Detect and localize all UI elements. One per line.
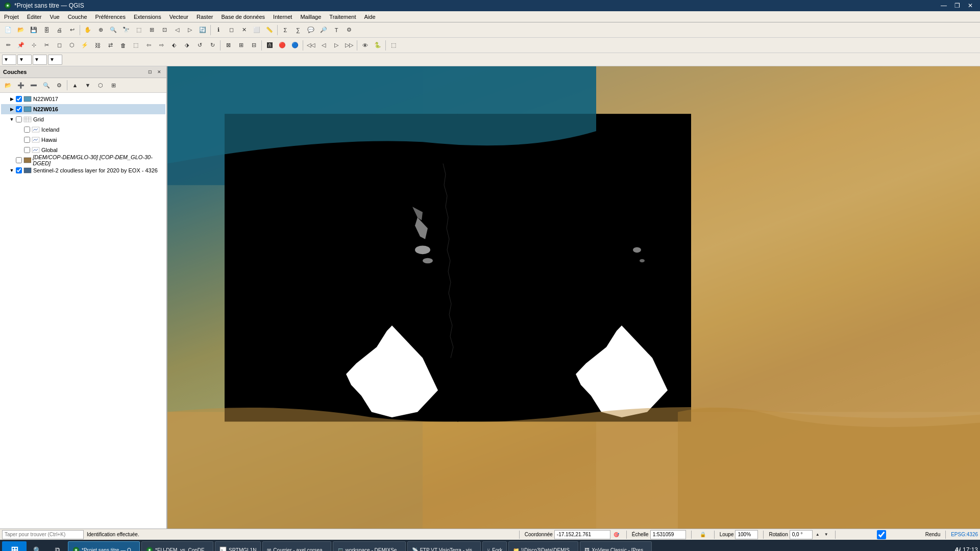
taskbar-xnview-button[interactable]: 🖼 XnView Classic - [Pres...: [580, 541, 652, 551]
layer-item-Grid[interactable]: ▼ Grid: [1, 114, 165, 124]
menu-item-vecteur[interactable]: Vecteur: [165, 11, 192, 22]
taskbar-ftp-button[interactable]: 📡 FTP VT VisioTerra - vis...: [407, 541, 481, 551]
extra-btn1[interactable]: ⬚: [387, 39, 400, 52]
layer-checkbox-Iceland[interactable]: [24, 127, 30, 133]
save-as-button[interactable]: 🗄: [40, 24, 53, 36]
menu-item-internet[interactable]: Internet: [269, 11, 296, 22]
coordonnee-input[interactable]: [554, 530, 610, 539]
revert-button[interactable]: ↩: [66, 24, 78, 36]
digitize-btn14[interactable]: ⬖: [168, 39, 180, 52]
digitize-btn17[interactable]: ↻: [206, 39, 218, 52]
deselect-button[interactable]: ✕: [238, 24, 250, 36]
layers-add-button[interactable]: ➕: [15, 79, 27, 91]
layers-open-button[interactable]: 📂: [2, 79, 14, 91]
snap-btn1[interactable]: ⊠: [222, 39, 234, 52]
snap-btn3[interactable]: ⊟: [248, 39, 260, 52]
settings-button[interactable]: ⚙: [343, 24, 355, 36]
python-btn[interactable]: 🐍: [372, 39, 384, 52]
zoom-next-button[interactable]: ▷: [184, 24, 196, 36]
layer-item-Hawai[interactable]: ▶ Hawai: [1, 135, 165, 145]
zoom-select-button[interactable]: ⬚: [133, 24, 145, 36]
layer-action-dropdown[interactable]: ▼: [33, 55, 47, 65]
digitize-btn7[interactable]: ⚡: [79, 39, 91, 52]
rotation-down-button[interactable]: ▼: [823, 532, 830, 537]
layer-select-dropdown[interactable]: ▼: [2, 55, 16, 65]
layer-type-dropdown[interactable]: ▼: [17, 55, 32, 65]
layer-expand-N22W016[interactable]: ▶: [9, 107, 14, 112]
zoom-full-button[interactable]: ⊡: [158, 24, 170, 36]
menu-item-projet[interactable]: Projet: [0, 11, 23, 22]
layers-down-button[interactable]: ▼: [82, 79, 94, 91]
menu-item-traitement[interactable]: Traitement: [325, 11, 360, 22]
taskbar-workspace-button[interactable]: 💻 workspace - DEMIXSe...: [333, 541, 406, 551]
layer-checkbox-Grid[interactable]: [16, 116, 22, 122]
layer-checkbox-N22W017[interactable]: [16, 96, 22, 102]
digitize-btn5[interactable]: ◻: [53, 39, 65, 52]
layer-checkbox-N22W016[interactable]: [16, 106, 22, 112]
layers-expand-button[interactable]: ⬡: [94, 79, 107, 91]
layer-item-N22W017[interactable]: ▶ N22W017: [1, 94, 165, 104]
layer-checkbox-Hawai[interactable]: [24, 137, 30, 143]
minimize-button[interactable]: —: [938, 0, 949, 11]
digitize-btn3[interactable]: ⊹: [28, 39, 40, 52]
start-button[interactable]: ⊞: [2, 541, 27, 551]
zoom-layer-button[interactable]: ⊞: [145, 24, 158, 36]
print-button[interactable]: 🖨: [53, 24, 65, 36]
measure-button[interactable]: 📏: [263, 24, 276, 36]
rotation-input[interactable]: [790, 530, 813, 539]
identify-button[interactable]: ℹ: [212, 24, 225, 36]
layer-item-Global[interactable]: ▶ Global: [1, 145, 165, 155]
map-canvas[interactable]: [167, 66, 980, 529]
lock-scale-button[interactable]: 🔒: [697, 529, 709, 541]
save-project-button[interactable]: 💾: [28, 24, 40, 36]
select-area-button[interactable]: ⬜: [251, 24, 263, 36]
layer-checkbox-Global[interactable]: [24, 147, 30, 153]
menu-item-extensions[interactable]: Extensions: [130, 11, 165, 22]
zoom-out-button[interactable]: 🔍: [107, 24, 119, 36]
plugin-btn1[interactable]: 🅰: [263, 39, 276, 52]
menu-item-vue[interactable]: Vue: [46, 11, 64, 22]
layer-item-Sentinel[interactable]: ▼ Sentinel-2 cloudless layer for 2020 by…: [1, 165, 165, 176]
layer-style-dropdown[interactable]: ▼: [48, 55, 62, 65]
layer-item-Iceland[interactable]: ▶ Iceland: [1, 124, 165, 135]
search-button[interactable]: 🔎: [317, 24, 330, 36]
nav-btn4[interactable]: ▷▷: [343, 39, 355, 52]
zoom-prev-button[interactable]: ◁: [171, 24, 183, 36]
menu-item-préférences[interactable]: Préférences: [91, 11, 130, 22]
rotation-up-button[interactable]: ▲: [814, 532, 821, 537]
text-button[interactable]: T: [330, 24, 342, 36]
search-taskbar-button[interactable]: 🔍: [28, 541, 46, 551]
digitize-btn16[interactable]: ↺: [193, 39, 206, 52]
open-project-button[interactable]: 📂: [15, 24, 27, 36]
nav-btn2[interactable]: ◁: [317, 39, 330, 52]
menu-item-base de données[interactable]: Base de données: [217, 11, 269, 22]
taskbar-disco-button[interactable]: 📁 \\Disco3\Data\DEMIS...: [508, 541, 578, 551]
snap-btn2[interactable]: ⊞: [235, 39, 247, 52]
menu-item-maillage[interactable]: Maillage: [296, 11, 325, 22]
layers-settings-button[interactable]: ⚙: [53, 79, 65, 91]
task-view-button[interactable]: ⧉: [48, 541, 66, 551]
menu-item-couche[interactable]: Couche: [64, 11, 91, 22]
coordonnee-icon-button[interactable]: 🎯: [612, 530, 621, 539]
search-input[interactable]: [2, 530, 84, 539]
taskbar-fork-button[interactable]: ⑂ Fork: [482, 541, 507, 551]
digitize-btn13[interactable]: ⇨: [155, 39, 167, 52]
layer-expand-Grid[interactable]: ▼: [9, 117, 14, 122]
nav-btn1[interactable]: ◁◁: [305, 39, 317, 52]
layer-expand-N22W017[interactable]: ▶: [9, 96, 14, 102]
taskbar-qgis-button[interactable]: *Projet sans titre — Q...: [68, 541, 140, 551]
echelle-input[interactable]: [650, 530, 686, 539]
digitize-btn11[interactable]: ⬚: [130, 39, 142, 52]
digitize-btn15[interactable]: ⬗: [181, 39, 193, 52]
loupe-input[interactable]: [735, 530, 758, 539]
layers-filter-button[interactable]: 🔍: [40, 79, 53, 91]
plugin-btn3[interactable]: 🔵: [289, 39, 301, 52]
layer-item-DEM[interactable]: ▶ [DEM/COP-DEM/GLO-30] [COP-DEM_GLO-30-D…: [1, 155, 165, 165]
digitize-btn6[interactable]: ⬡: [66, 39, 78, 52]
layers-up-button[interactable]: ▲: [69, 79, 81, 91]
tips-button[interactable]: 💬: [305, 24, 317, 36]
eye-btn[interactable]: 👁: [359, 39, 371, 52]
sum-button[interactable]: ∑: [292, 24, 304, 36]
restore-button[interactable]: ❐: [951, 0, 963, 11]
digitize-btn4[interactable]: ✂: [40, 39, 53, 52]
